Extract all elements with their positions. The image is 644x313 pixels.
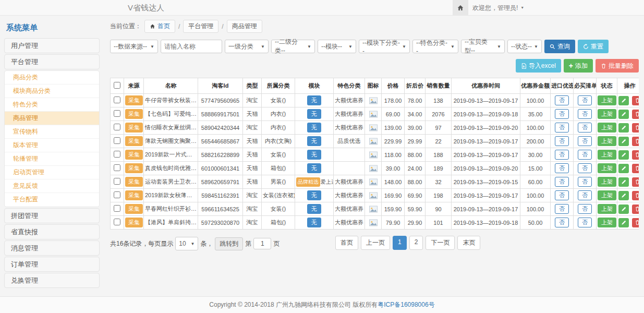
filter-module[interactable]: --模块--▼ [318, 40, 356, 53]
sidebar-menu-item[interactable]: 省直快报 [4, 224, 100, 239]
edit-button[interactable] [618, 177, 629, 187]
delete-button[interactable] [632, 137, 639, 146]
per-page-select[interactable]: 10▼ [175, 237, 198, 250]
must-buy-toggle[interactable]: 否 [578, 109, 592, 119]
import-select-toggle[interactable]: 否 [555, 163, 569, 173]
page-button[interactable]: 2 [409, 236, 423, 250]
status-button[interactable]: 上架 [598, 190, 616, 200]
batch-delete-button[interactable]: 批量删除 [596, 59, 639, 73]
delete-button[interactable] [632, 123, 639, 133]
import-select-toggle[interactable]: 否 [555, 204, 569, 214]
breadcrumb-home[interactable]: 首页 [144, 20, 175, 33]
must-buy-toggle[interactable]: 否 [578, 136, 592, 146]
filter-module-subcategory[interactable]: --模块下分类--▼ [359, 40, 410, 53]
sidebar-submenu-item[interactable]: 意见反馈 [5, 179, 99, 193]
import-select-toggle[interactable]: 否 [555, 150, 569, 160]
row-checkbox[interactable] [114, 219, 120, 225]
reset-button[interactable]: 重置 [578, 40, 609, 53]
breadcrumb-item-platform[interactable]: 平台管理 [183, 20, 218, 33]
edit-button[interactable] [618, 164, 629, 173]
delete-button[interactable] [632, 96, 639, 105]
delete-button[interactable] [632, 177, 639, 187]
edit-button[interactable] [618, 204, 629, 214]
delete-button[interactable] [632, 218, 639, 227]
home-button[interactable] [453, 0, 468, 15]
row-checkbox[interactable] [114, 137, 120, 144]
sidebar-menu-item[interactable]: 消息管理 [4, 240, 100, 256]
row-checkbox[interactable] [114, 178, 120, 185]
search-button[interactable]: 查询 [544, 40, 575, 53]
status-button[interactable]: 上架 [598, 163, 616, 173]
import-select-toggle[interactable]: 否 [555, 218, 569, 227]
edit-button[interactable] [618, 137, 629, 146]
status-button[interactable]: 上架 [598, 177, 616, 187]
delete-button[interactable] [632, 204, 639, 214]
sidebar-submenu-item[interactable]: 版本管理 [5, 139, 99, 152]
row-checkbox[interactable] [114, 205, 120, 212]
status-button[interactable]: 上架 [598, 136, 616, 146]
import-select-toggle[interactable]: 否 [555, 95, 569, 105]
name-search-input[interactable] [161, 40, 222, 53]
sidebar-menu-item[interactable]: 拼团管理 [4, 208, 100, 223]
must-buy-toggle[interactable]: 否 [578, 150, 592, 160]
status-button[interactable]: 上架 [598, 109, 616, 119]
filter-data-source[interactable]: --数据来源--▼ [110, 40, 158, 53]
filter-status[interactable]: --状态--▼ [507, 40, 542, 53]
sidebar-submenu-item[interactable]: 平台配置 [5, 193, 99, 207]
edit-button[interactable] [618, 150, 629, 160]
sidebar-submenu-item[interactable]: 特色分类 [5, 98, 99, 112]
sidebar-submenu-item[interactable]: 模块商品分类 [5, 85, 99, 98]
must-buy-toggle[interactable]: 否 [578, 218, 592, 227]
status-button[interactable]: 上架 [598, 95, 616, 105]
row-checkbox[interactable] [114, 164, 120, 171]
import-select-toggle[interactable]: 否 [555, 136, 569, 146]
import-select-toggle[interactable]: 否 [555, 190, 569, 200]
filter-level2-category[interactable]: --二级分类--▼ [271, 40, 315, 53]
jump-button[interactable]: 跳转到 [215, 237, 243, 250]
sidebar-menu-item[interactable]: 兑换管理 [4, 273, 100, 288]
must-buy-toggle[interactable]: 否 [578, 95, 592, 105]
delete-button[interactable] [632, 150, 639, 160]
row-checkbox[interactable] [114, 124, 120, 130]
must-buy-toggle[interactable]: 否 [578, 190, 592, 200]
edit-button[interactable] [618, 218, 629, 227]
must-buy-toggle[interactable]: 否 [578, 163, 592, 173]
sidebar-submenu-item[interactable]: 宣传物料 [5, 125, 99, 139]
select-all-checkbox[interactable] [114, 82, 120, 89]
page-button[interactable]: 下一页 [426, 236, 455, 250]
icp-link[interactable]: 粤ICP备16098006号 [378, 300, 434, 309]
sidebar-menu-item[interactable]: 用户管理 [4, 38, 100, 53]
row-checkbox[interactable] [114, 191, 120, 198]
filter-level1-category[interactable]: 一级分类▼ [225, 40, 269, 53]
must-buy-toggle[interactable]: 否 [578, 177, 592, 187]
import-select-toggle[interactable]: 否 [555, 109, 569, 119]
page-button[interactable]: 末页 [457, 236, 480, 250]
row-checkbox[interactable] [114, 110, 120, 117]
delete-button[interactable] [632, 164, 639, 173]
sidebar-submenu-item[interactable]: 启动页管理 [5, 166, 99, 179]
edit-button[interactable] [618, 191, 629, 200]
filter-feature-category[interactable]: --特色分类--▼ [412, 40, 458, 53]
page-button[interactable]: 首页 [335, 236, 358, 250]
add-button[interactable]: + 添加 [564, 59, 593, 73]
status-button[interactable]: 上架 [598, 123, 616, 133]
sidebar-submenu-item[interactable]: 商品分类 [5, 71, 99, 85]
edit-button[interactable] [618, 96, 629, 105]
sidebar-menu-item[interactable]: 订单管理 [4, 257, 100, 272]
filter-item-type[interactable]: --宝贝类型--▼ [461, 40, 505, 53]
import-select-toggle[interactable]: 否 [555, 177, 569, 187]
sidebar-submenu-item[interactable]: 商品管理 [5, 112, 99, 125]
delete-button[interactable] [632, 110, 639, 119]
must-buy-toggle[interactable]: 否 [578, 204, 592, 214]
delete-button[interactable] [632, 191, 639, 200]
status-button[interactable]: 上架 [598, 218, 616, 227]
import-select-toggle[interactable]: 否 [555, 123, 569, 133]
row-checkbox[interactable] [114, 151, 120, 158]
sidebar-submenu-item[interactable]: 轮播管理 [5, 152, 99, 166]
edit-button[interactable] [618, 123, 629, 133]
page-button[interactable]: 上一页 [361, 236, 390, 250]
status-button[interactable]: 上架 [598, 150, 616, 160]
user-menu[interactable]: 欢迎您，管理员! ▼ [472, 0, 524, 16]
edit-button[interactable] [618, 110, 629, 119]
must-buy-toggle[interactable]: 否 [578, 123, 592, 133]
